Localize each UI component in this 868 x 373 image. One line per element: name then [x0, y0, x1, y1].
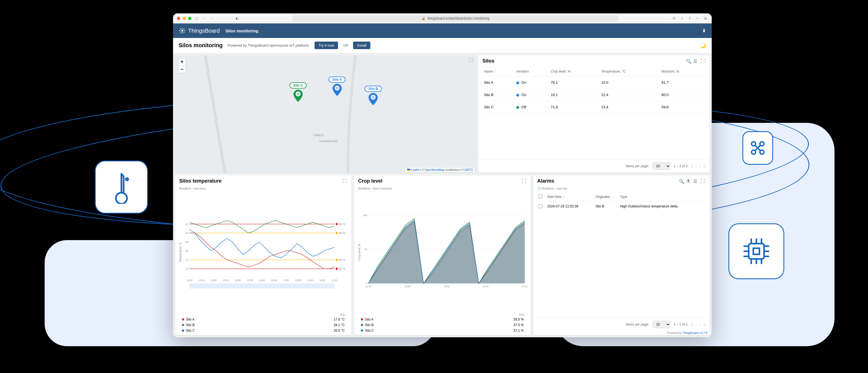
map-attribution: 🇺🇦 Leaflet | © OpenStreetMap contributor…: [405, 168, 474, 172]
share-icon[interactable]: ⇪: [687, 16, 692, 20]
map-marker-silo-c[interactable]: Silo C: [289, 82, 307, 102]
table-row[interactable]: Silo AOn76.115.061.7: [482, 76, 706, 89]
alarms-widget: Alarms 🔍 ⚗ ☰ ⛶ 🕐 Realtime - last day Sta…: [533, 175, 710, 335]
map-roads: [175, 55, 475, 173]
brand-logo[interactable]: ThingsBoard: [179, 27, 220, 34]
minimize-icon[interactable]: [183, 17, 186, 20]
crop-chart[interactable]: Crop level, %05010014:0714:0814:0914:101…: [357, 192, 527, 312]
column-header[interactable]: Originator: [594, 192, 619, 201]
svg-text:14:10: 14:10: [483, 285, 489, 288]
svg-text:13:55: 13:55: [295, 279, 301, 282]
svg-text:13:10: 13:10: [187, 279, 193, 282]
select-all-checkbox[interactable]: [538, 194, 542, 198]
fullscreen-icon[interactable]: ⛶: [469, 58, 473, 63]
last-page-icon[interactable]: ›|: [704, 164, 706, 168]
widget-subtitle: 🕐 Realtime - last day: [533, 187, 710, 192]
svg-point-24: [336, 268, 338, 270]
pin-icon: [293, 90, 303, 102]
browser-chrome: ▢ ‹ › ◐ 🔒 thingsboard.io/dashboard/silos…: [173, 13, 712, 24]
svg-text:13:50: 13:50: [283, 279, 289, 282]
svg-point-21: [336, 259, 338, 261]
reload-icon[interactable]: ⟳: [672, 16, 677, 20]
legend-item[interactable]: Silo C20.5 °C: [178, 328, 349, 333]
app-header: ThingsBoard Silos monitoring ⬇: [173, 24, 712, 38]
osm-link[interactable]: OpenStreetMap: [425, 168, 444, 172]
columns-icon[interactable]: ☰: [693, 179, 698, 184]
page-size-select[interactable]: 10: [653, 162, 671, 170]
fullscreen-icon[interactable]: ⛶: [522, 179, 527, 184]
brand-name: ThingsBoard: [188, 28, 220, 34]
zoom-in-button[interactable]: +: [178, 58, 186, 66]
legend-item[interactable]: Silo B34.1 °C: [178, 322, 349, 328]
column-header[interactable]: Moisture, %: [660, 67, 706, 76]
alarms-table: Start time ↓OriginatorType 2024-07-16 11…: [533, 192, 710, 318]
marker-label: Silo B: [365, 86, 382, 92]
svg-text:14:08: 14:08: [405, 285, 410, 288]
legend-item[interactable]: Silo A17.6 °C: [178, 317, 349, 322]
svg-point-18: [336, 232, 338, 234]
filter-icon[interactable]: ⚗: [686, 179, 691, 184]
try-it-now-button[interactable]: Try it now: [314, 41, 338, 49]
dark-mode-toggle[interactable]: 🌙: [700, 42, 706, 49]
table-row[interactable]: Silo BOn18.122.460.0: [482, 89, 706, 101]
address-bar[interactable]: 🔒 thingsboard.io/dashboard/silos monitor…: [292, 15, 619, 22]
fullscreen-icon[interactable]: ⛶: [342, 179, 347, 184]
temperature-chart-widget: Silos temperature ⛶ Realtime - last hour…: [175, 175, 351, 335]
legend-item[interactable]: Silo B37.5 %: [357, 322, 527, 328]
prev-page-icon[interactable]: ‹: [696, 164, 697, 168]
first-page-icon[interactable]: |‹: [691, 322, 693, 327]
search-icon[interactable]: 🔍: [679, 179, 684, 184]
sidebar-icon[interactable]: ▢: [194, 16, 199, 20]
row-checkbox[interactable]: [538, 205, 542, 208]
page-title: Silos monitoring: [179, 42, 223, 49]
thingsboard-version-link[interactable]: Thingsboard v.3.7.0: [683, 332, 707, 335]
search-icon[interactable]: 🔍: [686, 59, 691, 64]
temperature-chart[interactable]: Temperature °C35 °C30 °C15 °C10 °C101520…: [178, 192, 349, 312]
forward-icon[interactable]: ›: [210, 16, 215, 20]
svg-text:35 °C: 35 °C: [339, 223, 345, 226]
install-button[interactable]: Install: [353, 41, 370, 49]
fullscreen-icon[interactable]: ⛶: [701, 59, 706, 64]
column-header[interactable]: Temperature, °C: [599, 67, 660, 76]
column-header[interactable]: Start time ↓: [546, 192, 594, 201]
map-canvas[interactable]: URACH Urachtalstraße + − ⛶ Silo A Silo B…: [175, 55, 475, 173]
column-header[interactable]: [537, 192, 546, 201]
leaflet-link[interactable]: Leaflet: [411, 168, 420, 172]
new-tab-icon[interactable]: +: [695, 16, 700, 20]
prev-page-icon[interactable]: ‹: [696, 322, 697, 327]
widget-title: Silos: [482, 58, 684, 64]
column-header[interactable]: Aeration: [515, 67, 549, 76]
columns-icon[interactable]: ☰: [693, 59, 698, 64]
tabs-icon[interactable]: ⧉: [703, 16, 708, 21]
legend-item[interactable]: Silo A39.5 %: [357, 317, 527, 322]
or-text: OR: [343, 43, 348, 48]
page-size-select[interactable]: 10: [653, 321, 671, 328]
map-marker-silo-a[interactable]: Silo A: [329, 76, 346, 96]
pin-icon: [333, 84, 342, 96]
next-page-icon[interactable]: ›: [700, 164, 701, 168]
export-icon[interactable]: ⬇: [702, 28, 706, 34]
widget-subtitle: Realtime - last 5 minutes: [354, 187, 530, 192]
column-header[interactable]: Name ↑: [482, 67, 515, 76]
column-header[interactable]: Crop level, %: [549, 67, 599, 76]
zoom-out-button[interactable]: −: [178, 66, 186, 73]
next-page-icon[interactable]: ›: [700, 322, 701, 327]
download-icon[interactable]: ⤓: [679, 16, 684, 20]
map-marker-silo-b[interactable]: Silo B: [365, 86, 382, 105]
column-header[interactable]: Type: [619, 192, 706, 201]
table-row[interactable]: 2024-07-16 11:53:36Silo BHigh Outdoor/In…: [537, 201, 706, 212]
fullscreen-icon[interactable]: ⛶: [701, 179, 706, 184]
svg-text:14:07: 14:07: [366, 285, 371, 288]
maximize-icon[interactable]: [188, 17, 191, 20]
svg-text:13:40: 13:40: [259, 279, 265, 282]
first-page-icon[interactable]: |‹: [691, 164, 693, 168]
last-page-icon[interactable]: ›|: [704, 322, 706, 327]
close-icon[interactable]: [177, 17, 180, 20]
table-row[interactable]: Silo COff71.813.459.6: [482, 101, 706, 113]
svg-text:13:35: 13:35: [247, 279, 253, 282]
widget-subtitle: Realtime - last hour: [175, 187, 351, 192]
legend-item[interactable]: Silo C37.1 %: [357, 328, 527, 333]
back-icon[interactable]: ‹: [202, 16, 207, 20]
svg-text:10: 10: [185, 268, 188, 270]
carto-link[interactable]: CARTO: [463, 168, 473, 172]
